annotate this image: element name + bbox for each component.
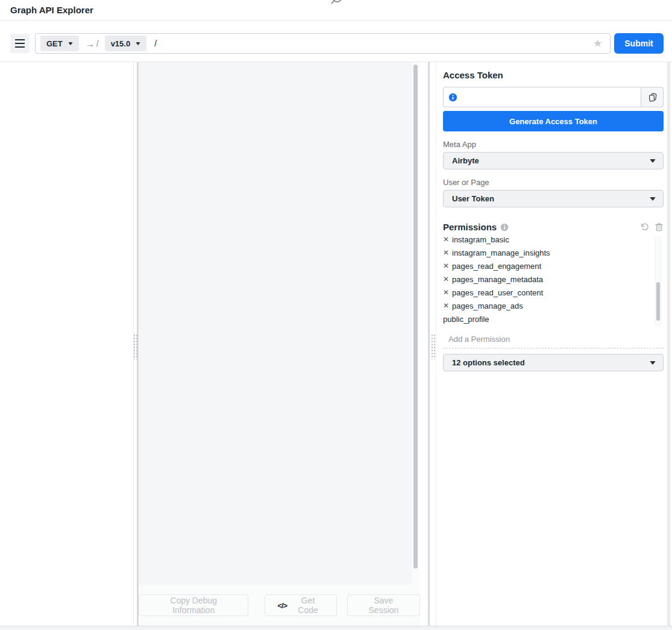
dashed-divider xyxy=(443,348,664,348)
copy-icon xyxy=(647,92,658,102)
permission-label: pages_manage_ads xyxy=(452,301,523,310)
chevron-down-icon xyxy=(650,361,656,365)
permissions-heading: Permissions xyxy=(443,222,497,232)
save-session-button[interactable]: Save Session xyxy=(347,594,420,616)
favorite-star-icon[interactable]: ★ xyxy=(591,38,605,49)
permission-label: public_profile xyxy=(443,315,489,324)
permission-item: ✕ pages_manage_metadata xyxy=(443,272,664,286)
chevron-down-icon xyxy=(68,42,73,45)
remove-permission-icon[interactable]: ✕ xyxy=(443,276,452,283)
undo-permissions-button[interactable] xyxy=(640,222,649,232)
permission-item: ✕ pages_read_engagement xyxy=(443,259,664,272)
meta-app-label: Meta App xyxy=(443,140,664,149)
request-toolbar: GET → / v15.0 / ★ Submit xyxy=(0,20,672,62)
info-icon[interactable] xyxy=(500,223,509,232)
bottom-action-bar: Copy Debug Information </> Get Code Save… xyxy=(139,585,420,626)
info-icon[interactable] xyxy=(448,93,457,102)
meta-app-dropdown[interactable]: Airbyte xyxy=(443,152,664,169)
permissions-scrollbar-thumb[interactable] xyxy=(656,282,660,321)
arrow-icon: → xyxy=(86,39,95,49)
permission-item: ✕ instagram_basic xyxy=(443,236,664,246)
meta-app-value: Airbyte xyxy=(452,156,479,165)
graph-api-explorer-page: Graph API Explorer GET → / v15.0 / ★ Sub… xyxy=(0,0,672,630)
access-token-sidebar: Access Token Generate Access Token Meta … xyxy=(443,62,664,371)
app-header: Graph API Explorer xyxy=(0,0,672,20)
access-token-field-group xyxy=(443,87,664,107)
user-or-page-label: User or Page xyxy=(443,178,664,187)
get-code-button[interactable]: </> Get Code xyxy=(265,594,336,616)
user-or-page-dropdown[interactable]: User Token xyxy=(443,190,664,207)
chevron-down-icon xyxy=(650,159,656,163)
permission-item: ✕ pages_read_user_content xyxy=(443,286,664,299)
http-method-dropdown[interactable]: GET xyxy=(40,36,79,51)
request-url-bar[interactable]: GET → / v15.0 / ★ xyxy=(35,33,611,54)
permissions-list: ✕ instagram_basic ✕ instagram_manage_ins… xyxy=(443,236,664,326)
access-token-heading: Access Token xyxy=(443,70,664,80)
api-version-dropdown[interactable]: v15.0 xyxy=(105,36,147,51)
chevron-down-icon xyxy=(650,197,656,201)
permission-item: ✕ pages_manage_ads xyxy=(443,299,664,312)
root-slash: / xyxy=(96,39,99,48)
remove-permission-icon[interactable]: ✕ xyxy=(443,262,452,269)
left-sidebar-panel xyxy=(0,62,134,626)
page-bottom-edge xyxy=(0,626,672,630)
access-token-input-wrap[interactable] xyxy=(443,87,641,107)
page-title: Graph API Explorer xyxy=(10,5,93,15)
add-permission-input[interactable] xyxy=(443,335,664,344)
permissions-scrollbar-track xyxy=(655,237,661,325)
permissions-header: Permissions xyxy=(443,222,664,232)
response-panel xyxy=(139,62,420,585)
generate-access-token-button[interactable]: Generate Access Token xyxy=(443,111,664,131)
left-resize-handle[interactable] xyxy=(133,334,137,359)
permission-label: instagram_manage_insights xyxy=(452,248,550,257)
request-path-value[interactable]: / xyxy=(154,39,157,48)
permission-item: ✕ instagram_manage_insights xyxy=(443,246,664,259)
chevron-down-icon xyxy=(136,42,140,45)
permission-item: public_profile xyxy=(443,312,664,326)
remove-permission-icon[interactable]: ✕ xyxy=(443,236,452,243)
trash-icon xyxy=(655,222,664,232)
remove-permission-icon[interactable]: ✕ xyxy=(443,289,452,296)
permission-label: pages_read_engagement xyxy=(452,262,541,271)
menu-button[interactable] xyxy=(10,34,30,53)
undo-icon xyxy=(640,222,649,232)
copy-token-button[interactable] xyxy=(641,87,664,107)
permission-label: pages_manage_metadata xyxy=(452,275,543,284)
api-version-label: v15.0 xyxy=(111,39,131,48)
copy-debug-information-button[interactable]: Copy Debug Information xyxy=(139,594,248,616)
hamburger-icon xyxy=(15,39,25,40)
search-icon[interactable] xyxy=(329,0,344,7)
remove-permission-icon[interactable]: ✕ xyxy=(443,249,452,256)
window-scrollbar-track[interactable] xyxy=(667,62,670,626)
right-split-divider xyxy=(428,62,430,626)
submit-button[interactable]: Submit xyxy=(614,33,664,54)
access-token-input[interactable] xyxy=(457,87,641,107)
http-method-label: GET xyxy=(46,39,63,48)
right-split-border xyxy=(436,62,436,626)
permission-label: instagram_basic xyxy=(452,236,509,244)
right-resize-handle[interactable] xyxy=(431,334,435,359)
response-scrollbar-thumb[interactable] xyxy=(413,65,418,569)
permission-label: pages_read_user_content xyxy=(452,288,543,297)
code-icon: </> xyxy=(277,601,287,610)
permissions-summary-dropdown[interactable]: 12 options selected xyxy=(443,354,664,371)
permissions-summary-value: 12 options selected xyxy=(452,358,525,367)
user-or-page-value: User Token xyxy=(452,194,494,203)
remove-permission-icon[interactable]: ✕ xyxy=(443,302,452,309)
clear-permissions-button[interactable] xyxy=(655,222,664,232)
